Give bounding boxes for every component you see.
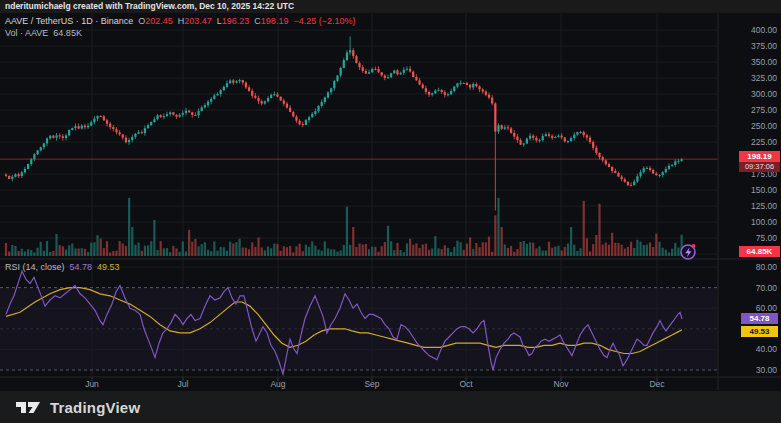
price-tick-label: 325.00: [751, 73, 777, 83]
price-tick-label: 300.00: [751, 89, 777, 99]
time-axis-label: Nov: [553, 379, 568, 389]
time-axis-label: Oct: [459, 379, 472, 389]
volume-label: Vol · AAVE: [5, 28, 48, 38]
rsi-tick-label: 60.00: [756, 303, 777, 313]
volume-axis-badge: 64.85K: [739, 246, 780, 257]
time-axis-label: Dec: [649, 379, 664, 389]
low-value: 196.23: [222, 16, 250, 26]
time-axis[interactable]: JunJulAugSepOctNovDec: [0, 377, 718, 390]
event-marker-icon[interactable]: [681, 244, 696, 259]
rsi-tick-label: 30.00: [756, 365, 777, 375]
volume-series: [5, 198, 683, 256]
bar-countdown: 09:37:06: [739, 162, 780, 172]
price-tick-label: 250.00: [751, 121, 777, 131]
price-tick-label: 125.00: [751, 201, 777, 211]
price-tick-label: 225.00: [751, 137, 777, 147]
price-tick-label: 350.00: [751, 57, 777, 67]
chart-canvas[interactable]: [0, 0, 781, 391]
volume-legend[interactable]: Vol · AAVE64.85K: [5, 28, 82, 38]
tradingview-chart-snapshot: nderitumichaelg created with TradingView…: [0, 0, 781, 423]
volume-value: 64.85K: [53, 28, 82, 38]
price-tick-label: 150.00: [751, 185, 777, 195]
rsi-axis-badge: 54.78: [741, 313, 778, 324]
last-price-badge: 198.19 09:37:06: [739, 151, 780, 172]
change-value: −4.25 (−2.10%): [293, 16, 355, 26]
price-tick-label: 400.00: [751, 25, 777, 35]
close-value: 198.19: [261, 16, 289, 26]
tradingview-brand[interactable]: TradingView: [50, 399, 140, 416]
price-tick-label: 275.00: [751, 105, 777, 115]
price-tick-label: 75.00: [756, 233, 777, 243]
time-axis-label: Aug: [270, 379, 285, 389]
candlestick-series: [5, 36, 683, 210]
time-axis-label: Jul: [178, 379, 189, 389]
symbol-legend[interactable]: AAVE / TetherUS · 1D · BinanceO202.45H20…: [5, 16, 355, 26]
rsi-legend[interactable]: RSI (14, close)54.7849.53: [5, 262, 120, 272]
symbol-title[interactable]: AAVE / TetherUS · 1D · Binance: [5, 16, 133, 26]
rsi-label: RSI (14, close): [5, 262, 65, 272]
high-value: 203.47: [184, 16, 212, 26]
rsi-ma-value: 49.53: [97, 262, 120, 272]
last-price-value: 198.19: [739, 151, 780, 162]
time-axis-label: Sep: [364, 379, 379, 389]
rsi-ma-axis-badge: 49.53: [741, 326, 778, 337]
rsi-tick-label: 80.00: [756, 262, 777, 272]
open-value: 202.45: [145, 16, 173, 26]
rsi-value: 54.78: [70, 262, 93, 272]
tradingview-logo-icon[interactable]: [16, 400, 41, 415]
rsi-tick-label: 70.00: [756, 283, 777, 293]
footer-bar: TradingView: [0, 391, 781, 423]
price-tick-label: 375.00: [751, 41, 777, 51]
time-axis-label: Jun: [85, 379, 99, 389]
price-tick-label: 100.00: [751, 217, 777, 227]
rsi-tick-label: 40.00: [756, 344, 777, 354]
